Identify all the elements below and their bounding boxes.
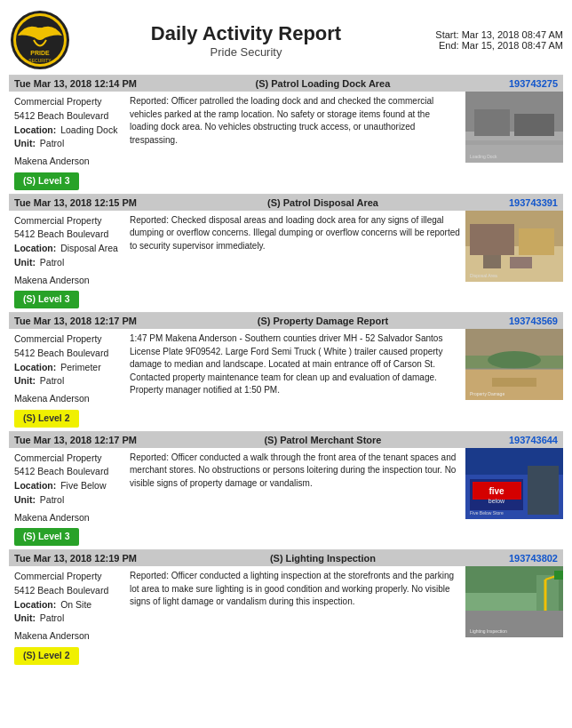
unit-line: Unit: Patrol	[14, 137, 119, 151]
svg-rect-10	[465, 140, 563, 145]
report-id: 193743644	[509, 435, 558, 445]
address: 5412 Beach Boulevard	[14, 347, 119, 361]
unit-label: Unit:	[14, 374, 36, 388]
unit-value: Patrol	[37, 137, 64, 151]
report-row: Tue Mar 13, 2018 12:17 PM (S) Patrol Mer…	[9, 431, 563, 550]
row-image: Property Damage	[465, 329, 563, 431]
location-label: Location:	[14, 124, 56, 138]
row-title: (S) Patrol Loading Dock Area	[256, 78, 391, 89]
row-body: Commercial Property 5412 Beach Boulevard…	[9, 448, 563, 550]
svg-text:five: five	[489, 486, 504, 496]
svg-rect-14	[470, 224, 514, 255]
page: PRIDE SECURITY Daily Activity Report Pri…	[0, 0, 572, 677]
header-dates: Start: Mar 13, 2018 08:47 AM End: Mar 15…	[421, 29, 563, 51]
svg-rect-29	[528, 466, 559, 515]
row-left: Commercial Property 5412 Beach Boulevard…	[9, 92, 124, 194]
svg-rect-17	[510, 257, 532, 268]
unit-value: Patrol	[37, 256, 64, 270]
level-badge: (S) Level 3	[14, 528, 79, 546]
unit-label: Unit:	[14, 612, 36, 626]
row-description: Reported: Officer patrolled the loading …	[124, 92, 465, 194]
row-datetime: Tue Mar 13, 2018 12:14 PM	[14, 78, 137, 89]
row-title: (S) Patrol Disposal Area	[267, 197, 378, 208]
svg-text:SECURITY: SECURITY	[28, 58, 52, 63]
unit-line: Unit: Patrol	[14, 493, 119, 508]
unit-label: Unit:	[14, 256, 36, 270]
report-id: 193743391	[509, 197, 558, 208]
unit-label: Unit:	[14, 493, 36, 508]
row-image: Disposal Area	[465, 211, 563, 313]
location-line: Location: Perimeter	[14, 361, 119, 375]
unit-value: Patrol	[37, 493, 64, 508]
property-type: Commercial Property	[14, 570, 119, 584]
report-rows: Tue Mar 13, 2018 12:14 PM (S) Patrol Loa…	[9, 75, 563, 668]
svg-rect-37	[536, 575, 559, 611]
location-value: Loading Dock	[58, 124, 117, 138]
row-datetime: Tue Mar 13, 2018 12:19 PM	[14, 553, 137, 564]
report-row: Tue Mar 13, 2018 12:14 PM (S) Patrol Loa…	[9, 75, 563, 194]
unit-line: Unit: Patrol	[14, 256, 119, 270]
officer-name: Makena Anderson	[14, 274, 119, 288]
svg-text:below: below	[489, 498, 505, 504]
row-description: Reported: Officer conducted a lighting i…	[124, 566, 465, 668]
unit-line: Unit: Patrol	[14, 374, 119, 388]
row-left: Commercial Property 5412 Beach Boulevard…	[9, 329, 124, 431]
officer-name: Makena Anderson	[14, 629, 119, 644]
row-datetime: Tue Mar 13, 2018 12:17 PM	[14, 316, 137, 326]
end-date: End: Mar 15, 2018 08:47 AM	[421, 40, 563, 51]
row-description: Reported: Officer conducted a walk throu…	[124, 448, 465, 550]
location-line: Location: Disposal Area	[14, 242, 119, 256]
svg-rect-23	[492, 378, 536, 387]
location-line: Location: Five Below	[14, 479, 119, 493]
row-image: Loading Dock	[465, 92, 563, 194]
row-body: Commercial Property 5412 Beach Boulevard…	[9, 329, 563, 431]
report-subtitle: Pride Security	[71, 45, 421, 59]
property-type: Commercial Property	[14, 214, 119, 228]
row-body: Commercial Property 5412 Beach Boulevard…	[9, 92, 563, 194]
row-header: Tue Mar 13, 2018 12:14 PM (S) Patrol Loa…	[9, 76, 563, 92]
svg-rect-40	[554, 571, 563, 580]
row-description: 1:47 PM Makena Anderson - Southern count…	[124, 329, 465, 431]
report-id: 193743275	[509, 78, 558, 89]
report-title: Daily Activity Report	[71, 22, 421, 45]
header-center: Daily Activity Report Pride Security	[71, 22, 421, 59]
row-datetime: Tue Mar 13, 2018 12:17 PM	[14, 435, 137, 445]
unit-label: Unit:	[14, 137, 36, 151]
svg-rect-36	[465, 593, 536, 611]
header: PRIDE SECURITY Daily Activity Report Pri…	[9, 9, 563, 71]
row-left: Commercial Property 5412 Beach Boulevard…	[9, 566, 124, 668]
officer-name: Makena Anderson	[14, 511, 119, 525]
location-label: Location:	[14, 598, 56, 612]
row-header: Tue Mar 13, 2018 12:17 PM (S) Property D…	[9, 313, 563, 329]
location-label: Location:	[14, 242, 56, 256]
row-title: (S) Property Damage Report	[258, 316, 388, 326]
unit-value: Patrol	[37, 612, 64, 626]
logo: PRIDE SECURITY	[9, 9, 71, 71]
address: 5412 Beach Boulevard	[14, 584, 119, 598]
property-type: Commercial Property	[14, 95, 119, 109]
location-label: Location:	[14, 479, 56, 493]
report-id: 193743802	[509, 553, 558, 564]
row-title: (S) Patrol Merchant Store	[264, 435, 381, 445]
svg-text:Property Damage: Property Damage	[470, 391, 504, 396]
svg-text:Disposal Area: Disposal Area	[470, 273, 497, 278]
location-line: Location: Loading Dock	[14, 124, 119, 138]
officer-name: Makena Anderson	[14, 392, 119, 406]
svg-rect-8	[474, 109, 510, 136]
svg-rect-15	[519, 228, 554, 255]
property-type: Commercial Property	[14, 332, 119, 347]
row-image: Lighting Inspection	[465, 566, 563, 668]
svg-text:Loading Dock: Loading Dock	[470, 154, 497, 159]
row-body: Commercial Property 5412 Beach Boulevard…	[9, 566, 563, 668]
officer-name: Makena Anderson	[14, 155, 119, 169]
svg-text:PRIDE: PRIDE	[30, 50, 50, 56]
location-value: Perimeter	[58, 361, 100, 375]
row-image: five below Five Below Store	[465, 448, 563, 550]
level-badge: (S) Level 2	[14, 647, 79, 665]
row-body: Commercial Property 5412 Beach Boulevard…	[9, 211, 563, 313]
row-datetime: Tue Mar 13, 2018 12:15 PM	[14, 197, 137, 208]
address: 5412 Beach Boulevard	[14, 109, 119, 124]
report-row: Tue Mar 13, 2018 12:15 PM (S) Patrol Dis…	[9, 194, 563, 313]
level-badge: (S) Level 3	[14, 172, 79, 190]
row-header: Tue Mar 13, 2018 12:19 PM (S) Lighting I…	[9, 550, 563, 566]
